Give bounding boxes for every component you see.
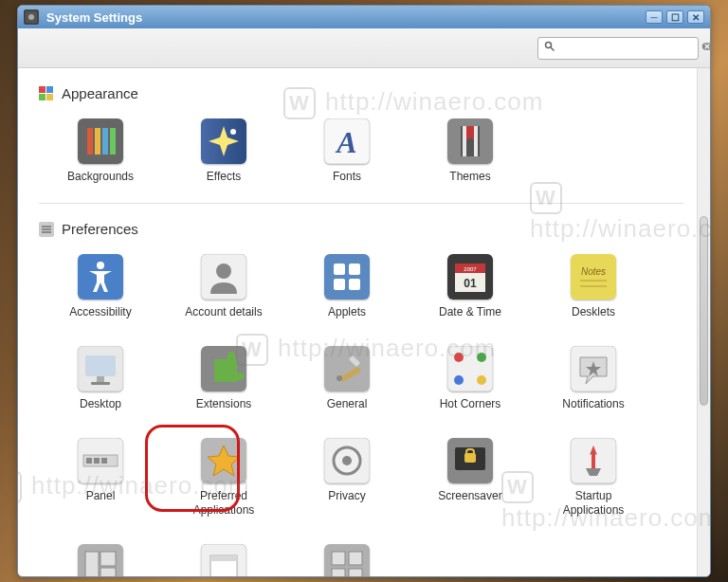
setting-extensions[interactable]: Extensions xyxy=(162,346,285,411)
svg-rect-7 xyxy=(39,94,46,100)
svg-rect-40 xyxy=(571,254,616,300)
scrollbar-thumb[interactable] xyxy=(700,216,708,406)
account-icon xyxy=(201,254,246,300)
setting-general[interactable]: General xyxy=(285,346,409,411)
setting-label: Desktop xyxy=(80,397,121,411)
desktop-icon xyxy=(78,346,123,391)
svg-rect-45 xyxy=(85,355,116,376)
svg-rect-61 xyxy=(94,458,100,464)
svg-point-15 xyxy=(230,129,236,135)
svg-rect-31 xyxy=(334,264,345,275)
svg-rect-21 xyxy=(474,126,478,156)
svg-rect-52 xyxy=(447,346,493,391)
svg-point-53 xyxy=(454,353,464,362)
search-input[interactable] xyxy=(559,42,701,55)
setting-desklets[interactable]: NotesDesklets xyxy=(532,254,655,319)
svg-rect-80 xyxy=(324,544,370,576)
search-box[interactable] xyxy=(537,37,699,60)
close-button[interactable]: ✕ xyxy=(687,10,704,24)
svg-rect-23 xyxy=(42,226,51,227)
setting-privacy[interactable]: Privacy xyxy=(285,438,409,518)
clear-search-icon[interactable] xyxy=(701,41,711,55)
svg-rect-10 xyxy=(87,128,93,155)
content-area: Appearance BackgroundsEffectsAFontsTheme… xyxy=(18,68,710,576)
windows-icon xyxy=(201,544,246,576)
svg-text:2007: 2007 xyxy=(464,266,477,272)
svg-rect-11 xyxy=(95,128,100,155)
setting-themes[interactable]: Themes xyxy=(409,118,532,184)
svg-point-29 xyxy=(216,264,231,279)
svg-rect-25 xyxy=(42,231,51,233)
svg-point-2 xyxy=(546,43,552,48)
setting-label: Hot Corners xyxy=(440,397,501,411)
svg-rect-49 xyxy=(324,346,370,391)
svg-rect-33 xyxy=(334,279,345,290)
svg-rect-79 xyxy=(210,555,237,561)
desklets-icon: Notes xyxy=(571,254,616,300)
svg-point-56 xyxy=(477,375,486,385)
setting-backgrounds[interactable]: Backgrounds xyxy=(39,118,162,184)
setting-label: Extensions xyxy=(196,397,252,411)
preferences-section-icon xyxy=(39,222,54,237)
svg-rect-81 xyxy=(332,552,345,565)
system-settings-window: System Settings ─ ☐ ✕ Appearance xyxy=(17,5,711,577)
svg-point-54 xyxy=(477,353,486,362)
setting-hotcorners[interactable]: Hot Corners xyxy=(409,346,532,411)
setting-fonts[interactable]: AFonts xyxy=(285,118,409,184)
titlebar[interactable]: System Settings ─ ☐ ✕ xyxy=(18,6,710,28)
setting-notifications[interactable]: Notifications xyxy=(532,346,655,411)
svg-rect-62 xyxy=(101,458,107,464)
setting-label: General xyxy=(327,397,368,411)
setting-tiling[interactable]: Window Tiling xyxy=(39,544,162,576)
svg-rect-47 xyxy=(91,382,110,385)
section-preferences-header: Preferences xyxy=(39,221,683,237)
setting-effects[interactable]: Effects xyxy=(162,118,285,184)
privacy-icon xyxy=(324,438,370,483)
svg-point-27 xyxy=(97,262,104,269)
setting-label: Effects xyxy=(207,170,241,184)
minimize-button[interactable]: ─ xyxy=(646,10,663,24)
setting-datetime[interactable]: 200701Date & Time xyxy=(409,254,532,319)
setting-label: Backgrounds xyxy=(67,170,134,184)
svg-rect-30 xyxy=(324,254,370,300)
setting-label: Date & Time xyxy=(439,305,501,319)
setting-workspaces[interactable]: Workspaces xyxy=(285,544,409,576)
panel-icon xyxy=(78,438,123,483)
appearance-section-icon xyxy=(39,86,54,101)
setting-preferred[interactable]: Preferred Applications xyxy=(162,438,285,518)
svg-point-66 xyxy=(342,456,352,465)
window-controls: ─ ☐ ✕ xyxy=(646,10,704,24)
setting-accessibility[interactable]: Accessibility xyxy=(39,254,162,319)
setting-startup[interactable]: Startup Applications xyxy=(532,438,655,518)
setting-applets[interactable]: Applets xyxy=(285,254,409,319)
accessibility-icon xyxy=(78,254,123,300)
setting-panel[interactable]: Panel xyxy=(39,438,162,518)
svg-rect-60 xyxy=(86,458,92,464)
svg-rect-83 xyxy=(332,569,345,576)
extensions-icon xyxy=(201,346,246,391)
setting-screensaver[interactable]: Screensaver xyxy=(409,438,532,518)
svg-rect-5 xyxy=(39,86,46,93)
effects-icon xyxy=(201,118,246,164)
svg-point-55 xyxy=(454,375,464,385)
datetime-icon: 200701 xyxy=(447,254,493,300)
fonts-icon: A xyxy=(324,118,370,164)
setting-windows[interactable]: Windows xyxy=(162,544,285,576)
applets-icon xyxy=(324,254,370,300)
screensaver-icon xyxy=(447,438,493,483)
vertical-scrollbar[interactable] xyxy=(697,68,710,576)
svg-text:Notes: Notes xyxy=(581,266,606,277)
setting-desktop[interactable]: Desktop xyxy=(39,346,162,411)
svg-text:A: A xyxy=(335,125,356,159)
svg-rect-20 xyxy=(463,126,466,156)
window-title: System Settings xyxy=(46,10,646,25)
svg-text:01: 01 xyxy=(464,277,477,290)
hotcorners-icon xyxy=(447,346,493,391)
svg-rect-8 xyxy=(46,94,53,100)
setting-label: Account details xyxy=(185,305,262,319)
maximize-button[interactable]: ☐ xyxy=(666,10,683,24)
setting-account[interactable]: Account details xyxy=(162,254,285,319)
setting-label: Fonts xyxy=(333,170,361,184)
svg-rect-12 xyxy=(102,128,108,155)
svg-rect-46 xyxy=(97,376,104,382)
